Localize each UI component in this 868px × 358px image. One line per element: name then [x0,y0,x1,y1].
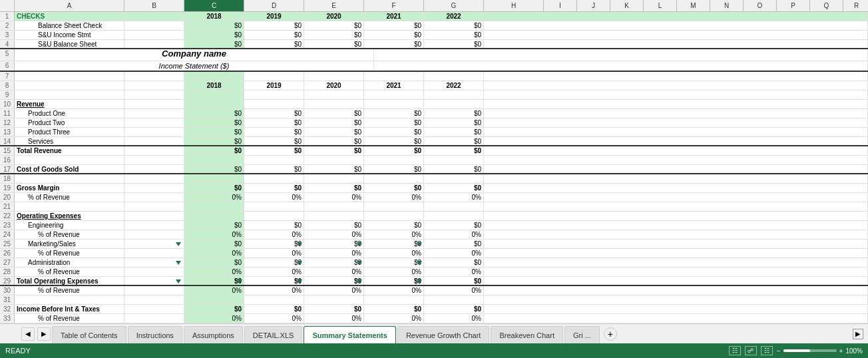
ib-2020[interactable]: $0 [304,305,364,313]
col-header-c[interactable]: C [184,0,244,11]
total-opex-2018[interactable]: $0 [184,277,244,285]
tab-next-btn[interactable]: ▶ [37,327,51,341]
cell-4c[interactable]: $0 [184,40,244,48]
col-header-l[interactable]: L [644,0,677,11]
admin-2020[interactable]: $0 [304,258,364,267]
col-header-p[interactable]: P [777,0,810,11]
product-one-2018[interactable]: $0 [184,109,244,118]
pct-gm-2018[interactable]: 0% [184,193,244,202]
product-two-2018[interactable]: $0 [184,118,244,127]
pct-topex-2022[interactable]: 0% [424,286,484,295]
total-revenue-2022[interactable]: $0 [424,146,484,155]
product-two-2020[interactable]: $0 [304,118,364,127]
total-revenue-2018[interactable]: $0 [184,146,244,155]
pct-eng-2020[interactable]: 0% [304,230,364,239]
cell-1d-2019[interactable]: 2019 [244,12,304,21]
pct-ib-2022[interactable]: 0% [424,314,484,323]
zoom-in-icon[interactable]: + [839,347,843,355]
gross-margin-2021[interactable]: $0 [364,184,424,192]
pct-eng-2018[interactable]: 0% [184,230,244,239]
tab-assumptions[interactable]: Assumptions [184,326,243,343]
pct-gm-2019[interactable]: 0% [244,193,304,202]
admin-2021[interactable]: $0 [364,258,424,267]
services-2020[interactable]: $0 [304,137,364,145]
product-three-2020[interactable]: $0 [304,128,364,136]
pct-mktg-2021[interactable]: 0% [364,249,424,258]
eng-2022[interactable]: $0 [424,221,484,230]
tab-summary-statements[interactable]: Summary Statements [304,326,396,343]
col-header-q[interactable]: Q [810,0,843,11]
services-2022[interactable]: $0 [424,137,484,145]
cell-3d[interactable]: $0 [244,31,304,39]
pct-mktg-2019[interactable]: 0% [244,249,304,258]
cogs-2022[interactable]: $0 [424,165,484,173]
product-two-2022[interactable]: $0 [424,118,484,127]
col-header-m[interactable]: M [677,0,710,11]
tab-table-of-contents[interactable]: Table of Contents [52,326,126,343]
gross-margin-2020[interactable]: $0 [304,184,364,192]
cell-2e[interactable]: $0 [304,21,364,30]
tab-revenue-growth-chart[interactable]: Revenue Growth Chart [397,326,490,343]
eng-2019[interactable]: $0 [244,221,304,230]
cogs-2021[interactable]: $0 [364,165,424,173]
col-header-e[interactable]: E [304,0,364,11]
pct-mktg-2022[interactable]: 0% [424,249,484,258]
tab-detail-xls[interactable]: DETAIL.XLS [244,326,303,343]
col-header-r[interactable]: R [843,0,868,11]
pct-gm-2021[interactable]: 0% [364,193,424,202]
cell-2f[interactable]: $0 [364,21,424,30]
cell-4f[interactable]: $0 [364,40,424,48]
services-2021[interactable]: $0 [364,137,424,145]
admin-2018[interactable]: $0 [184,258,244,267]
services-2019[interactable]: $0 [244,137,304,145]
zoom-slider[interactable] [783,349,837,352]
mktg-2018[interactable]: $0 [184,240,244,248]
col-header-o[interactable]: O [744,0,777,11]
total-opex-2020[interactable]: $0 [304,277,364,285]
product-three-2021[interactable]: $0 [364,128,424,136]
cell-4g[interactable]: $0 [424,40,484,48]
total-revenue-2019[interactable]: $0 [244,146,304,155]
product-two-2019[interactable]: $0 [244,118,304,127]
product-three-2018[interactable]: $0 [184,128,244,136]
product-three-2022[interactable]: $0 [424,128,484,136]
pct-admin-2022[interactable]: 0% [424,268,484,276]
ib-2022[interactable]: $0 [424,305,484,313]
cell-2g[interactable]: $0 [424,21,484,30]
pct-mktg-2018[interactable]: 0% [184,249,244,258]
cell-1g-2022[interactable]: 2022 [424,12,484,21]
col-header-k[interactable]: K [610,0,644,11]
pct-topex-2018[interactable]: 0% [184,286,244,295]
cell-3e[interactable]: $0 [304,31,364,39]
pct-ib-2018[interactable]: 0% [184,314,244,323]
cogs-2019[interactable]: $0 [244,165,304,173]
page-layout-icon[interactable]: ☍ [745,346,757,355]
tab-instructions[interactable]: Instructions [128,326,182,343]
product-two-2021[interactable]: $0 [364,118,424,127]
gross-margin-2019[interactable]: $0 [244,184,304,192]
ib-2019[interactable]: $0 [244,305,304,313]
col-header-j[interactable]: J [577,0,610,11]
pct-eng-2021[interactable]: 0% [364,230,424,239]
eng-2020[interactable]: $0 [304,221,364,230]
mktg-2022[interactable]: $0 [424,240,484,248]
mktg-2020[interactable]: $0 [304,240,364,248]
tab-prev-btn[interactable]: ◀ [21,327,35,341]
pct-admin-2018[interactable]: 0% [184,268,244,276]
eng-2021[interactable]: $0 [364,221,424,230]
col-header-g[interactable]: G [424,0,484,11]
pct-admin-2020[interactable]: 0% [304,268,364,276]
cogs-2018[interactable]: $0 [184,165,244,173]
cell-2c[interactable]: $0 [184,21,244,30]
cell-4d[interactable]: $0 [244,40,304,48]
total-opex-2022[interactable]: $0 [424,277,484,285]
gross-margin-2018[interactable]: $0 [184,184,244,192]
col-header-n[interactable]: N [710,0,744,11]
col-header-b[interactable]: B [124,0,184,11]
product-one-2022[interactable]: $0 [424,109,484,118]
pct-ib-2019[interactable]: 0% [244,314,304,323]
pct-admin-2021[interactable]: 0% [364,268,424,276]
ib-2021[interactable]: $0 [364,305,424,313]
product-one-2019[interactable]: $0 [244,109,304,118]
cell-4e[interactable]: $0 [304,40,364,48]
